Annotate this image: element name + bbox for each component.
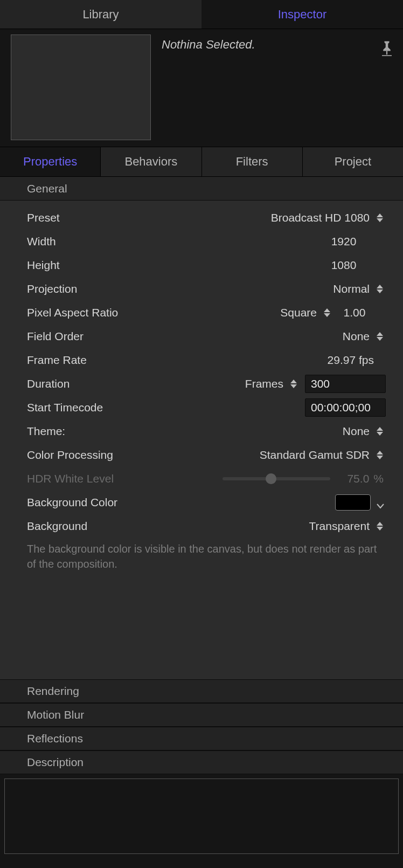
tab-filters[interactable]: Filters xyxy=(202,147,303,176)
inspector-sub-tabs: Properties Behaviors Filters Project xyxy=(0,147,403,177)
theme-label: Theme: xyxy=(27,425,145,438)
theme-value[interactable]: None xyxy=(341,425,372,438)
duration-unit[interactable]: Frames xyxy=(243,377,286,390)
svg-rect-0 xyxy=(386,51,387,55)
row-frame-rate: Frame Rate 29.97 fps xyxy=(27,348,386,372)
inspector-preview: Nothina Selected. xyxy=(0,29,403,147)
row-duration: Duration Frames 300 xyxy=(27,372,386,396)
tab-inspector[interactable]: Inspector xyxy=(202,0,403,29)
section-motion-blur[interactable]: Motion Blur xyxy=(0,703,403,727)
hdr-white-unit: % xyxy=(371,472,386,485)
tab-project[interactable]: Project xyxy=(303,147,403,176)
background-label: Background xyxy=(27,520,145,533)
width-value[interactable]: 1920 xyxy=(311,235,376,248)
section-general[interactable]: General xyxy=(0,177,403,201)
background-color-disclosure-icon[interactable] xyxy=(376,499,386,506)
color-processing-label: Color Processing xyxy=(27,449,145,461)
height-label: Height xyxy=(27,259,145,272)
theme-stepper-icon[interactable] xyxy=(376,427,386,436)
background-color-label: Background Color xyxy=(27,496,145,509)
main-tabs: Library Inspector xyxy=(0,0,403,29)
svg-rect-1 xyxy=(382,55,392,56)
duration-input[interactable]: 300 xyxy=(305,375,386,393)
row-color-processing: Color Processing Standard Gamut SDR xyxy=(27,443,386,467)
background-value[interactable]: Transparent xyxy=(307,520,372,533)
field-order-label: Field Order xyxy=(27,330,145,343)
color-processing-stepper-icon[interactable] xyxy=(376,451,386,459)
row-width: Width 1920 xyxy=(27,230,386,253)
row-pixel-aspect: Pixel Aspect Ratio Square 1.00 xyxy=(27,301,386,325)
description-textarea[interactable] xyxy=(4,779,399,854)
duration-unit-stepper-icon[interactable] xyxy=(290,380,300,388)
row-field-order: Field Order None xyxy=(27,325,386,348)
start-timecode-input[interactable]: 00:00:00;00 xyxy=(305,398,386,417)
duration-label: Duration xyxy=(27,377,145,390)
row-projection: Projection Normal xyxy=(27,277,386,301)
projection-stepper-icon[interactable] xyxy=(376,285,386,293)
selection-status: Nothina Selected. xyxy=(151,35,380,52)
pixel-aspect-stepper-icon[interactable] xyxy=(323,308,333,317)
field-order-value[interactable]: None xyxy=(341,330,372,343)
hdr-white-slider xyxy=(223,477,330,480)
tab-properties[interactable]: Properties xyxy=(0,147,101,176)
preset-stepper-icon[interactable] xyxy=(376,213,386,222)
row-preset: Preset Broadcast HD 1080 xyxy=(27,206,386,230)
pixel-aspect-value[interactable]: Square xyxy=(278,306,319,319)
hdr-white-label: HDR White Level xyxy=(27,472,145,485)
field-order-stepper-icon[interactable] xyxy=(376,332,386,341)
pin-icon[interactable] xyxy=(380,38,393,59)
general-body: Preset Broadcast HD 1080 Width 1920 Heig… xyxy=(0,201,403,679)
color-processing-value[interactable]: Standard Gamut SDR xyxy=(258,449,372,461)
projection-label: Projection xyxy=(27,283,145,295)
background-color-swatch[interactable] xyxy=(335,494,371,511)
hdr-white-slider-thumb xyxy=(266,473,276,484)
tab-behaviors[interactable]: Behaviors xyxy=(101,147,202,176)
section-reflections[interactable]: Reflections xyxy=(0,727,403,750)
hdr-white-value: 75.0 xyxy=(337,472,371,485)
row-hdr-white-level: HDR White Level 75.0 % xyxy=(27,467,386,491)
row-height: Height 1080 xyxy=(27,253,386,277)
preview-thumbnail[interactable] xyxy=(11,35,151,140)
background-hint: The background color is visible in the c… xyxy=(27,538,386,575)
section-description[interactable]: Description xyxy=(0,750,403,774)
section-rendering[interactable]: Rendering xyxy=(0,679,403,703)
row-start-timecode: Start Timecode 00:00:00;00 xyxy=(27,396,386,419)
row-theme: Theme: None xyxy=(27,419,386,443)
width-label: Width xyxy=(27,235,145,248)
height-value[interactable]: 1080 xyxy=(311,259,376,272)
preset-label: Preset xyxy=(27,211,145,224)
tab-library[interactable]: Library xyxy=(0,0,202,29)
projection-value[interactable]: Normal xyxy=(331,283,372,295)
pixel-aspect-label: Pixel Aspect Ratio xyxy=(27,306,145,319)
pixel-aspect-number[interactable]: 1.00 xyxy=(333,306,376,319)
preset-value[interactable]: Broadcast HD 1080 xyxy=(269,211,372,224)
frame-rate-value[interactable]: 29.97 fps xyxy=(311,354,376,367)
background-stepper-icon[interactable] xyxy=(376,522,386,531)
general-spacer xyxy=(27,575,386,677)
start-timecode-label: Start Timecode xyxy=(27,401,145,414)
row-background: Background Transparent xyxy=(27,514,386,538)
properties-panel: General Preset Broadcast HD 1080 Width 1… xyxy=(0,177,403,854)
frame-rate-label: Frame Rate xyxy=(27,354,145,367)
row-background-color: Background Color xyxy=(27,491,386,514)
